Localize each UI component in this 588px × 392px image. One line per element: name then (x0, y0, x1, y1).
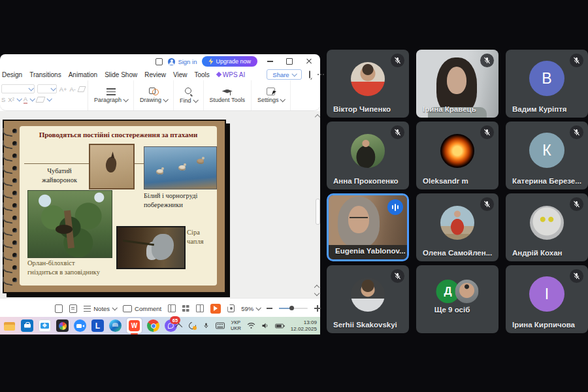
drawing-group-button[interactable]: Drawing (134, 80, 174, 110)
increase-font-button[interactable]: A+ (59, 86, 67, 93)
student-tools-button[interactable]: Student Tools (204, 80, 252, 110)
zoom-in-button[interactable] (314, 305, 320, 312)
chrome-icon[interactable] (147, 319, 159, 332)
microsoft-store-icon[interactable] (21, 319, 33, 332)
menu-view[interactable]: View (173, 71, 188, 78)
menu-tools[interactable]: Tools (194, 71, 209, 78)
participant-name: Serhii Skakovskyi (333, 321, 397, 329)
font-name-select[interactable] (1, 84, 35, 93)
menu-review[interactable]: Review (144, 71, 166, 78)
microphone-tray-icon[interactable] (203, 321, 210, 330)
menu-slide-show[interactable]: Slide Show (105, 71, 137, 78)
highlight-button[interactable] (36, 97, 46, 103)
zoom-out-button[interactable] (267, 308, 272, 309)
participant-tile[interactable]: В Вадим Куріптя (506, 50, 588, 118)
battery-icon[interactable] (275, 323, 285, 329)
language-indicator[interactable]: УКР UKR (231, 320, 241, 331)
participant-tile[interactable]: Андрій Кохан (506, 193, 588, 261)
decrease-font-button[interactable]: A- (70, 86, 76, 93)
account-icon (168, 58, 175, 65)
participant-tile[interactable]: Ірина Кравець (416, 50, 498, 118)
notes-button[interactable]: Notes (84, 305, 116, 312)
share-label: Share (272, 71, 289, 78)
participant-tile[interactable]: Анна Прокопенко (327, 122, 409, 189)
letter-avatar: К (529, 133, 564, 168)
scrollbar-thumb[interactable] (316, 199, 320, 225)
speaker-icon[interactable] (261, 322, 269, 329)
wifi-icon[interactable] (247, 322, 255, 329)
paragraph-group-button[interactable]: Paragraph (88, 80, 134, 110)
notes-icon (84, 306, 91, 312)
sandpipers-label: Білий і чорногруді побережники (144, 191, 217, 209)
letter-avatar: І (529, 276, 564, 312)
scrollbar[interactable] (315, 115, 319, 294)
restore-button[interactable] (282, 56, 297, 67)
file-explorer-icon[interactable] (3, 319, 16, 332)
new-tab-icon[interactable] (155, 58, 163, 65)
reading-view-icon[interactable] (196, 304, 204, 312)
sync-status-icon[interactable] (188, 321, 197, 330)
touch-keyboard-icon[interactable] (216, 322, 225, 329)
find-group-button[interactable]: Find (174, 80, 204, 110)
slide-sorter-icon[interactable] (182, 305, 189, 312)
notebook-spiral (2, 129, 19, 284)
heron-label: Сіра чапля (187, 228, 216, 246)
mail-icon[interactable] (39, 319, 51, 332)
participant-tile[interactable]: Oleksandr m (416, 122, 498, 189)
clear-format-icon[interactable] (77, 86, 86, 92)
more-options-icon[interactable] (318, 74, 324, 75)
menu-animation[interactable]: Animation (69, 71, 97, 78)
close-button[interactable] (302, 56, 316, 67)
slideshow-play-button[interactable] (210, 304, 221, 314)
clock[interactable]: 13:09 12.02.2025 (291, 319, 317, 333)
participant-name: Ірина Кравець (423, 105, 476, 113)
participant-tile[interactable]: І Ірина Кирпичова (506, 265, 588, 333)
wps-office-window: Sign in Upgrade now Design Transitions A… (0, 54, 320, 317)
zoom-slider[interactable] (279, 308, 308, 309)
comment-button[interactable]: Comment (123, 305, 161, 312)
participant-name: Віктор Чипенко (333, 105, 391, 113)
font-color-button[interactable]: A (24, 95, 27, 104)
menu-design[interactable]: Design (2, 71, 22, 78)
l-app-icon[interactable]: L (91, 319, 104, 332)
photos-icon[interactable] (56, 319, 69, 332)
wps-statusbar: Notes Comment 59% (0, 298, 320, 318)
participant-tile[interactable]: К Катерина Березе... (506, 122, 588, 189)
settings-group-button[interactable]: Settings (252, 80, 291, 110)
speaking-indicator-icon (387, 199, 403, 215)
comment-panel-icon[interactable] (309, 71, 310, 78)
mic-off-icon (480, 54, 494, 67)
font-size-select[interactable] (37, 84, 57, 93)
wps-app-icon: W (129, 320, 140, 331)
upgrade-now-button[interactable]: Upgrade now (202, 56, 257, 67)
strikethrough-button[interactable]: S (1, 96, 5, 103)
wps-taskbar-active[interactable]: W (127, 318, 142, 333)
zoom-app-icon[interactable] (74, 319, 86, 332)
new-slide-icon[interactable] (69, 304, 77, 313)
wps-ai-button[interactable]: WPS AI (217, 71, 245, 78)
comment-icon (123, 305, 132, 312)
mic-off-icon (480, 197, 494, 211)
participant-name: Андрій Кохан (512, 249, 563, 257)
sign-in-button[interactable]: Sign in (168, 58, 197, 65)
overflow-tile[interactable]: Д Ще 9 осіб (416, 265, 498, 333)
edge-icon[interactable] (109, 319, 122, 332)
normal-view-icon[interactable] (168, 304, 176, 312)
participant-tile[interactable]: Serhii Skakovskyi (327, 265, 409, 333)
presentation-slide[interactable]: Проводяться постійні спостереження за пт… (3, 120, 226, 293)
superscript-button[interactable]: X² (8, 96, 14, 103)
slide-pager[interactable] (315, 286, 319, 295)
fit-screen-icon[interactable] (227, 304, 235, 312)
participant-tile[interactable]: Віктор Чипенко (327, 50, 409, 118)
screen-share-tile[interactable]: Sign in Upgrade now Design Transitions A… (0, 54, 320, 335)
wps-ribbon: A+ A- S X² A Pa (0, 80, 320, 111)
menu-transitions[interactable]: Transitions (29, 71, 61, 78)
avatar (440, 134, 474, 168)
participant-tile-active-speaker[interactable]: Eugenia Yablonov... (327, 193, 409, 261)
slide-icon[interactable] (55, 304, 63, 313)
zoom-level[interactable]: 59% (241, 305, 260, 312)
share-button[interactable]: Share (267, 69, 301, 80)
slide-edit-area: Проводяться постійні спостереження за пт… (0, 111, 320, 298)
participant-tile[interactable]: Олена Самойлен... (416, 193, 498, 261)
minimize-button[interactable] (263, 56, 277, 67)
